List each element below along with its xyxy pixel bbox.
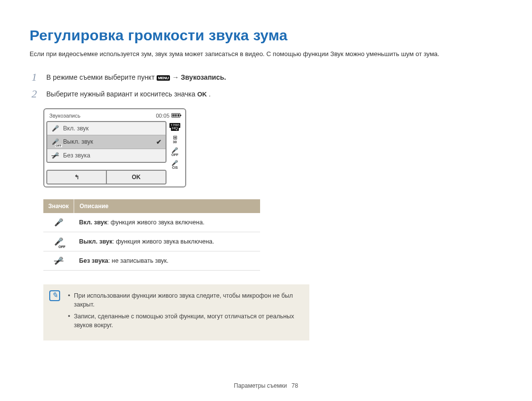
note-icon: ✎ — [49, 290, 60, 301]
page-number: 78 — [292, 382, 298, 389]
resolution-badge: 1280 HQ — [169, 123, 180, 131]
camera-time: 00:05 — [156, 113, 169, 119]
back-button[interactable]: ↰ — [47, 171, 107, 184]
step-number: 2 — [32, 89, 39, 99]
options-panel: 🎤 Вкл. звук 🎤OFF Выкл. звук ✔ 🎤 Без звук… — [46, 121, 166, 163]
check-icon: ✔ — [156, 138, 162, 146]
note-box: ✎ При использовании функции живого звука… — [43, 284, 309, 341]
cell-bold: Без звука — [79, 257, 108, 264]
ok-button[interactable]: OK — [107, 171, 166, 184]
option-sound-on[interactable]: 🎤 Вкл. звук — [47, 122, 166, 135]
camera-title: Звукозапись — [49, 113, 80, 119]
option-label: Без звука — [63, 152, 90, 159]
option-label: Вкл. звук — [63, 125, 89, 132]
mic-off-icon: 🎤OFF — [51, 138, 59, 145]
step1-pre: В режиме съемки выберите пункт — [46, 73, 157, 81]
step2-pre: Выберите нужный вариант и коснитесь знач… — [46, 90, 197, 98]
camera-footer: ↰ OK — [46, 170, 166, 185]
cis-icon: 🎤 CIS — [171, 159, 179, 169]
cell-bold: Вкл. звук — [79, 219, 107, 226]
mic-on-icon: 🎤 — [51, 125, 59, 132]
note-item: Записи, сделанные с помощью этой функции… — [68, 312, 301, 330]
option-mute[interactable]: 🎤 Без звука — [47, 149, 166, 162]
step-number: 1 — [32, 72, 39, 83]
steps-list: 1 В режиме съемки выберите пункт MENU → … — [32, 72, 502, 99]
mic-off-icon: 🎤OFF — [54, 237, 64, 246]
note-item: При использовании функции живого звука с… — [68, 291, 301, 309]
cell-bold: Выкл. звук — [79, 238, 112, 245]
icon-description-table: Значок Описание 🎤 Вкл. звук: функция жив… — [43, 199, 260, 271]
step-body: Выберите нужный вариант и коснитесь знач… — [46, 89, 211, 99]
step-body: В режиме съемки выберите пункт MENU → Зв… — [46, 72, 226, 83]
table-row: 🎤OFF Выкл. звук: функция живого звука вы… — [43, 232, 260, 251]
step2-post: . — [209, 90, 211, 98]
mic-off-side-icon: 🎤 OFF — [171, 147, 179, 156]
camera-screenshot: Звукозапись 00:05 🎤 Вкл. звук 🎤OFF Выкл.… — [43, 108, 186, 187]
option-sound-off[interactable]: 🎤OFF Выкл. звук ✔ — [47, 135, 166, 149]
table-row: 🎤 Без звука: не записывать звук. — [43, 251, 260, 270]
mic-mute-icon: 🎤 — [51, 152, 59, 159]
cell-text: : функция живого звука включена. — [107, 219, 205, 226]
page-footer: Параметры съемки 78 — [0, 382, 532, 389]
camera-side-icons: 1280 HQ ⊞ 30 🎤 OFF 🎤 CIS — [166, 121, 183, 185]
battery-icon — [171, 113, 180, 118]
step-2: 2 Выберите нужный вариант и коснитесь зн… — [32, 89, 502, 99]
mic-on-icon: 🎤 — [54, 218, 64, 227]
table-row: 🎤 Вкл. звук: функция живого звука включе… — [43, 213, 260, 232]
footer-section: Параметры съемки — [234, 382, 289, 389]
option-label: Выкл. звук — [63, 138, 93, 145]
th-icon: Значок — [43, 199, 74, 213]
page-title: Регулировка громкости звука зума — [30, 27, 502, 44]
intro-text: Если при видеосъемке используется зум, з… — [30, 50, 502, 59]
step1-post: → Звукозапись. — [172, 73, 226, 81]
cell-text: : не записывать звук. — [108, 257, 168, 264]
mic-mute-icon: 🎤 — [54, 256, 64, 265]
ok-icon: OK — [197, 91, 207, 98]
th-desc: Описание — [74, 199, 260, 213]
step-1: 1 В режиме съемки выберите пункт MENU → … — [32, 72, 502, 83]
camera-header: Звукозапись 00:05 — [46, 111, 183, 121]
fps-icon: ⊞ 30 — [171, 134, 179, 144]
cell-text: : функция живого звука выключена. — [112, 238, 214, 245]
menu-icon: MENU — [157, 75, 170, 81]
